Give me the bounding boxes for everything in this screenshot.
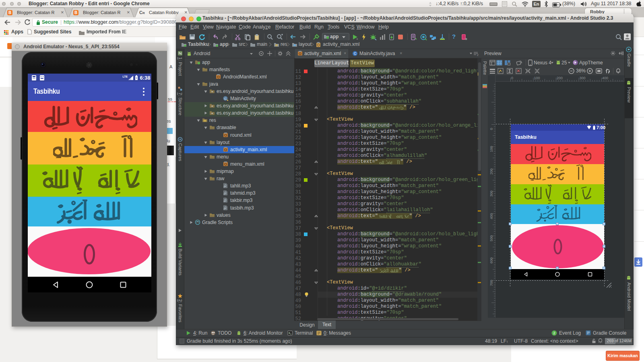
- svg-text:C: C: [224, 97, 227, 101]
- svg-text:2: 2: [553, 331, 555, 335]
- svg-text:2: 2: [477, 53, 479, 56]
- svg-text:C: C: [354, 51, 356, 56]
